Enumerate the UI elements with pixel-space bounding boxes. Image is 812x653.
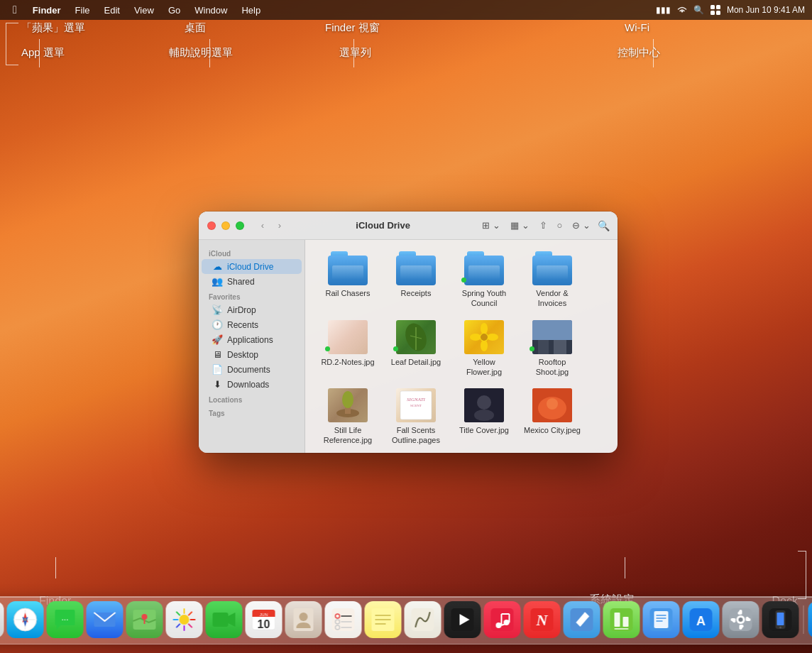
file-item-rd2-notes[interactable]: RD.2-Notes.jpg [317, 317, 379, 380]
svg-point-8 [481, 323, 488, 334]
sidebar-item-desktop[interactable]: 🖥 Desktop [202, 347, 302, 362]
dock-facetime[interactable] [206, 601, 243, 638]
sidebar-item-applications[interactable]: 🚀 Applications [202, 332, 302, 347]
file-item-receipts[interactable]: Receipts [385, 248, 447, 312]
go-menu[interactable]: Go [163, 4, 186, 17]
file-item-rooftop-shoot[interactable]: Rooftop Shoot.jpg [521, 317, 583, 380]
control-center-icon[interactable] [710, 4, 721, 16]
dock-system-settings[interactable] [723, 601, 759, 638]
sidebar-item-airdrop[interactable]: 📡 AirDrop [202, 302, 302, 317]
dock-music[interactable] [484, 601, 521, 638]
dock-news[interactable]: N [524, 601, 561, 638]
svg-point-11 [487, 334, 498, 341]
thumb-yellow-flower [464, 320, 504, 354]
bracket-apple-app [6, 23, 18, 65]
dock-notes[interactable] [365, 601, 402, 638]
file-item-title-cover[interactable]: Title Cover.jpg [453, 385, 515, 449]
file-name-vendor-invoices: Vendor & Invoices [524, 288, 581, 309]
sidebar-item-recents[interactable]: 🕐 Recents [202, 317, 302, 332]
file-item-fall-scents[interactable]: SIGNATI SCENT Fall Scents Outline.pages [385, 385, 447, 449]
svg-text:A: A [696, 614, 706, 628]
finder-menu[interactable]: Finder [27, 4, 67, 17]
sidebar-label-shared: Shared [227, 277, 255, 287]
rd2-container [328, 320, 368, 354]
svg-text:SCENT: SCENT [410, 404, 422, 407]
file-item-spring-youth-council[interactable]: Spring Youth Council [453, 248, 515, 312]
help-menu[interactable]: Help [236, 4, 266, 17]
sys-settings-annotation-line [625, 557, 626, 578]
folder-icon-receipts [396, 251, 436, 285]
svg-rect-75 [213, 613, 229, 627]
rooftop-container [532, 320, 572, 354]
annotation-line-desktop [209, 39, 211, 67]
file-name-spring-youth-council: Spring Youth Council [456, 288, 512, 309]
navigation-buttons: ‹ › [256, 219, 287, 233]
desktop-annotation: 桌面 [185, 21, 206, 35]
file-item-still-life[interactable]: Still Life Reference.jpg [317, 385, 379, 449]
sidebar-label-desktop: Desktop [227, 350, 258, 360]
svg-rect-70 [187, 623, 192, 628]
dock-face-widget[interactable] [808, 601, 813, 638]
maximize-button[interactable] [236, 221, 244, 230]
search-menu-icon[interactable]: 🔍 [693, 5, 704, 15]
applications-icon: 🚀 [212, 334, 223, 345]
forward-button[interactable]: › [273, 219, 287, 233]
file-item-yellow-flower[interactable]: Yellow Flower.jpg [453, 317, 515, 380]
dock-photos[interactable] [166, 601, 203, 638]
file-item-rail-chasers[interactable]: Rail Chasers [317, 248, 379, 312]
dock-launchpad[interactable] [0, 601, 4, 638]
minimize-button[interactable] [221, 221, 230, 230]
close-button[interactable] [207, 221, 216, 230]
sidebar-item-icloud-drive[interactable]: ☁ iCloud Drive [202, 259, 302, 274]
file-item-mexico-city[interactable]: Mexico City.jpeg [521, 385, 583, 449]
file-menu[interactable]: File [70, 4, 96, 17]
svg-point-61 [24, 618, 27, 621]
dock-mail[interactable] [87, 601, 124, 638]
svg-rect-71 [184, 625, 185, 631]
finder-annotation-line [55, 557, 57, 578]
tag-icon[interactable]: ○ [554, 219, 566, 232]
dock-calendar[interactable]: 10 JUN [246, 601, 282, 638]
sidebar-item-downloads[interactable]: ⬇ Downloads [202, 377, 302, 392]
rd2-dot [325, 346, 330, 351]
dock-contacts[interactable] [285, 601, 322, 638]
sidebar-item-documents[interactable]: 📄 Documents [202, 362, 302, 377]
view-icon-list[interactable]: ▦ ⌄ [508, 219, 532, 232]
folder-icon-vendor [532, 251, 572, 285]
thumb-rooftop [532, 320, 572, 354]
back-button[interactable]: ‹ [256, 219, 270, 233]
dock-appstore[interactable]: A [683, 601, 720, 638]
more-icon[interactable]: ⊖ ⌄ [569, 219, 593, 232]
wifi-icon[interactable] [676, 5, 688, 15]
finder-window-annotation: Finder 視窗 [325, 21, 380, 35]
view-menu[interactable]: View [128, 4, 160, 17]
dock-safari[interactable] [7, 601, 44, 638]
svg-text:SIGNATI: SIGNATI [407, 397, 425, 402]
sidebar-label-applications: Applications [227, 335, 273, 345]
dock-messages[interactable]: ... [47, 601, 84, 638]
file-item-leaf-detail[interactable]: Leaf Detail.jpg [385, 317, 447, 380]
menubar-annotation: 選單列 [339, 46, 371, 60]
sidebar-label-airdrop: AirDrop [227, 305, 256, 315]
apple-menu[interactable]:  [6, 2, 24, 18]
dock-appletv[interactable] [444, 601, 481, 638]
svg-point-83 [300, 613, 308, 621]
search-button[interactable]: 🔍 [598, 220, 609, 231]
svg-text:10: 10 [258, 618, 270, 630]
sidebar-item-shared[interactable]: 👥 Shared [202, 274, 302, 289]
dock-numbers[interactable] [603, 601, 640, 638]
svg-point-10 [470, 334, 481, 341]
folder-icon-rail-chasers [328, 251, 368, 285]
edit-menu[interactable]: Edit [99, 4, 126, 17]
dock-reminders[interactable] [325, 601, 362, 638]
view-icon-grid[interactable]: ⊞ ⌄ [479, 219, 503, 232]
dock-pages[interactable] [643, 601, 680, 638]
dock-iphone-mirroring[interactable] [762, 601, 799, 638]
dock-freeform[interactable] [405, 601, 441, 638]
dock-testflight[interactable] [564, 601, 600, 638]
menubar:  Finder File Edit View Go Window Help ▮… [0, 0, 812, 20]
dock-maps[interactable] [126, 601, 163, 638]
window-menu[interactable]: Window [189, 4, 233, 17]
file-item-vendor-invoices[interactable]: Vendor & Invoices [521, 248, 583, 312]
share-icon[interactable]: ⇧ [537, 219, 550, 232]
